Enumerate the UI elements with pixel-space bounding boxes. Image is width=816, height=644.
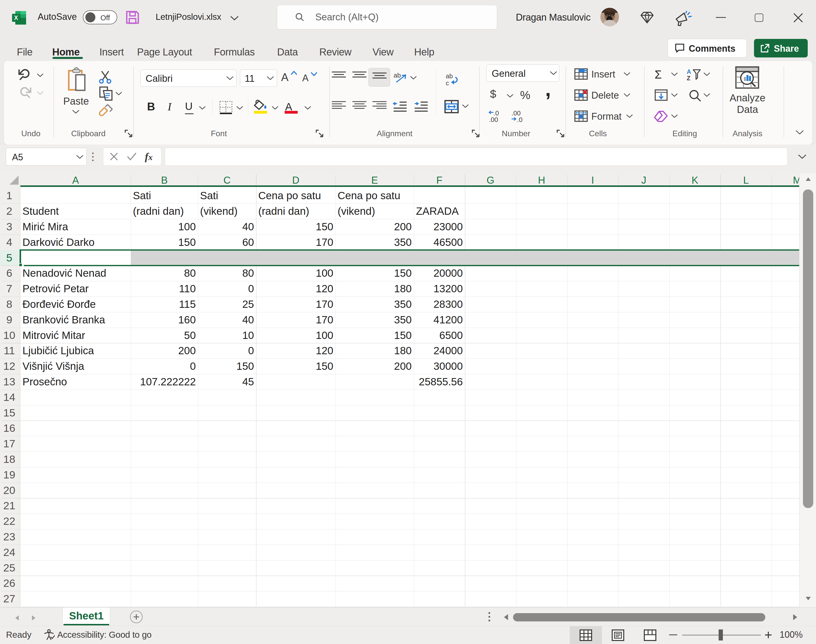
svg-text:.0: .0 xyxy=(517,116,522,123)
svg-text:.00: .00 xyxy=(489,116,498,123)
svg-text:ab: ab xyxy=(446,72,453,80)
svg-text:ab: ab xyxy=(393,72,401,79)
svg-text:X: X xyxy=(14,14,18,21)
svg-text:Z: Z xyxy=(687,75,690,81)
svg-text:c: c xyxy=(446,80,449,87)
svg-text:A: A xyxy=(687,68,691,75)
